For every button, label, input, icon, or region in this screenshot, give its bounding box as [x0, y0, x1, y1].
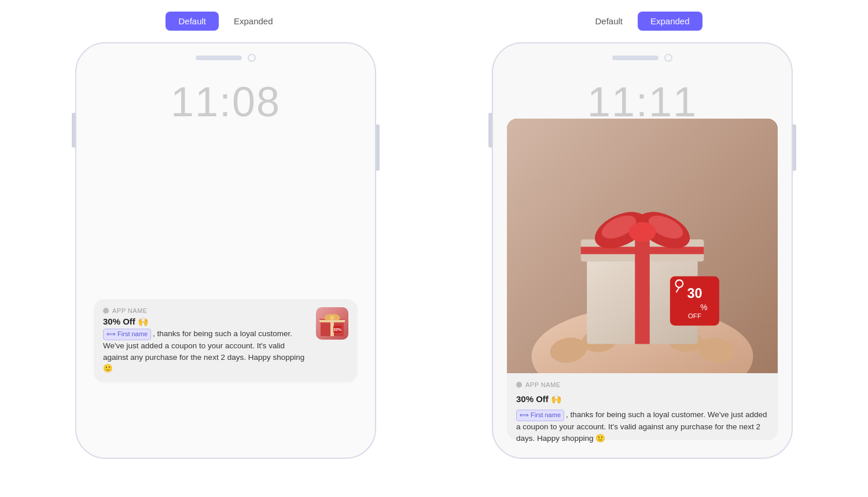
right-notch-bar	[612, 56, 659, 60]
gift-illustration: 30 % OFF	[507, 119, 778, 385]
left-notif-header: APP NAME 30% Off 🙌 ⟺ First name, thanks …	[103, 307, 348, 374]
svg-text:OFF: OFF	[688, 312, 701, 319]
gift-thumb-icon: 30%	[316, 307, 348, 340]
page-container: Default Expanded 11:08 APP NAME	[0, 0, 868, 497]
right-tabs: Default Expanded	[582, 12, 702, 31]
left-notif-title: 30% Off 🙌	[103, 316, 309, 327]
left-notif-title-group: APP NAME 30% Off 🙌 ⟺ First name, thanks …	[103, 307, 316, 374]
left-phone-frame: 11:08 APP NAME 30% Off 🙌 ⟺ First name, t…	[75, 42, 376, 459]
right-app-dot	[516, 382, 522, 388]
notch-circle	[248, 54, 256, 62]
left-phone-time: 11:08	[171, 78, 281, 126]
svg-text:30%: 30%	[333, 327, 342, 332]
svg-rect-18	[581, 246, 704, 254]
svg-rect-3	[319, 320, 345, 322]
left-notif-app-row: APP NAME	[103, 307, 309, 314]
right-phone-frame: 11:11	[492, 42, 793, 459]
right-tab-expanded[interactable]: Expanded	[638, 12, 703, 31]
notch-bar	[196, 56, 242, 60]
left-tab-default[interactable]: Default	[165, 12, 219, 31]
left-panel: Default Expanded 11:08 APP NAME	[41, 12, 411, 459]
svg-text:30: 30	[687, 286, 702, 301]
right-app-name: APP NAME	[525, 381, 561, 388]
svg-point-6	[330, 315, 334, 320]
right-notif-title: 30% Off 🙌	[516, 394, 768, 404]
left-notif-body: ⟺ First name, thanks for being such a lo…	[103, 328, 309, 374]
left-phone: 11:08 APP NAME 30% Off 🙌 ⟺ First name, t…	[75, 42, 376, 459]
right-notif-body: ⟺ First name, thanks for being such a lo…	[516, 409, 768, 444]
left-tabs: Default Expanded	[165, 12, 285, 31]
right-notch-circle	[664, 54, 672, 62]
right-notch	[584, 54, 700, 62]
right-firstname-tag: ⟺ First name	[516, 410, 564, 421]
svg-point-23	[629, 222, 656, 242]
gift-image-bg: 30 % OFF	[507, 119, 778, 385]
svg-text:%: %	[700, 303, 707, 312]
right-panel: Default Expanded 11:11	[457, 12, 827, 459]
left-firstname-tag: ⟺ First name	[103, 329, 151, 340]
right-notif-card-expanded: APP NAME 30% Off 🙌 ⟺ First name, thanks …	[507, 373, 778, 440]
left-notif-card: APP NAME 30% Off 🙌 ⟺ First name, thanks …	[94, 299, 358, 382]
right-app-row: APP NAME	[516, 381, 768, 388]
right-notif-image: 30 % OFF	[507, 119, 778, 385]
left-notif-thumb: 30%	[316, 307, 348, 340]
left-app-dot	[103, 308, 109, 314]
left-tab-expanded[interactable]: Expanded	[221, 12, 286, 31]
left-notch	[168, 54, 284, 62]
right-phone: 11:11	[492, 42, 793, 459]
left-app-name: APP NAME	[112, 307, 148, 314]
right-tab-default[interactable]: Default	[582, 12, 635, 31]
